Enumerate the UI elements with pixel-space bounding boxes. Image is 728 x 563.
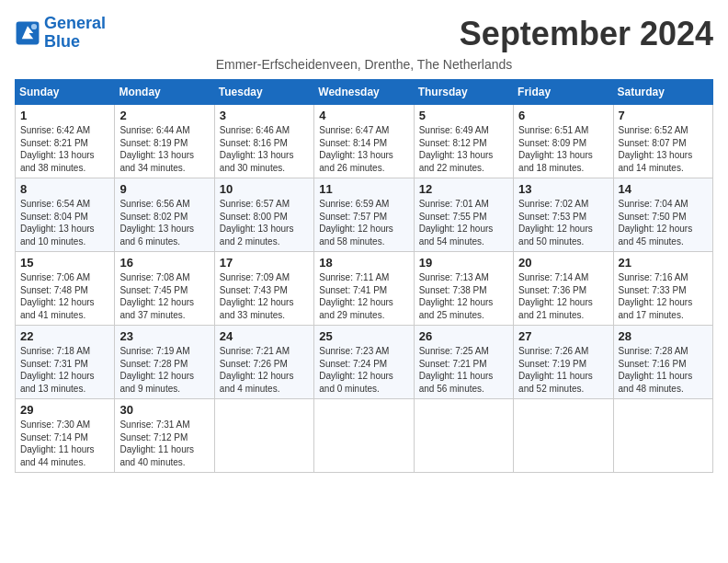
day-number: 7 (619, 109, 708, 122)
day-info: Sunrise: 7:30 AMSunset: 7:14 PMDaylight:… (20, 419, 109, 468)
calendar-cell: 22Sunrise: 7:18 AMSunset: 7:31 PMDayligh… (16, 326, 115, 399)
day-number: 9 (119, 182, 209, 196)
calendar-cell: 11Sunrise: 6:59 AMSunset: 7:57 PMDayligh… (314, 178, 414, 252)
calendar-cell: 28Sunrise: 7:28 AMSunset: 7:16 PMDayligh… (613, 326, 712, 399)
day-info: Sunrise: 7:25 AMSunset: 7:21 PMDaylight:… (419, 345, 508, 395)
logo-line1: General (44, 14, 106, 32)
day-number: 30 (119, 403, 209, 417)
day-info: Sunrise: 6:46 AMSunset: 8:16 PMDaylight:… (220, 124, 309, 174)
day-info: Sunrise: 7:16 AMSunset: 7:33 PMDaylight:… (619, 271, 708, 321)
day-info: Sunrise: 6:56 AMSunset: 8:02 PMDaylight:… (119, 198, 209, 247)
calendar-cell: 14Sunrise: 7:04 AMSunset: 7:50 PMDayligh… (613, 178, 712, 252)
calendar-week-row: 22Sunrise: 7:18 AMSunset: 7:31 PMDayligh… (16, 326, 713, 399)
day-info: Sunrise: 7:02 AMSunset: 7:53 PMDaylight:… (518, 198, 608, 247)
calendar-cell: 6Sunrise: 6:51 AMSunset: 8:09 PMDaylight… (514, 105, 613, 178)
day-info: Sunrise: 6:44 AMSunset: 8:19 PMDaylight:… (119, 124, 209, 174)
calendar-cell (314, 399, 414, 473)
calendar-body: 1Sunrise: 6:42 AMSunset: 8:21 PMDaylight… (16, 105, 713, 473)
day-number: 6 (518, 109, 608, 122)
day-number: 4 (319, 109, 408, 122)
calendar-cell: 9Sunrise: 6:56 AMSunset: 8:02 PMDaylight… (115, 178, 214, 252)
day-info: Sunrise: 6:47 AMSunset: 8:14 PMDaylight:… (319, 124, 408, 174)
day-number: 11 (319, 182, 408, 196)
day-number: 20 (518, 256, 608, 270)
logo-icon (15, 20, 40, 46)
day-info: Sunrise: 7:13 AMSunset: 7:38 PMDaylight:… (419, 271, 508, 321)
day-number: 8 (20, 182, 109, 196)
header-day: Thursday (414, 80, 513, 105)
calendar-cell: 21Sunrise: 7:16 AMSunset: 7:33 PMDayligh… (613, 252, 712, 326)
month-title: September 2024 (460, 15, 713, 53)
calendar-cell: 2Sunrise: 6:44 AMSunset: 8:19 PMDaylight… (115, 105, 214, 178)
day-info: Sunrise: 7:08 AMSunset: 7:45 PMDaylight:… (119, 271, 209, 321)
day-info: Sunrise: 6:59 AMSunset: 7:57 PMDaylight:… (319, 198, 408, 247)
day-info: Sunrise: 7:01 AMSunset: 7:55 PMDaylight:… (419, 198, 508, 247)
calendar-cell: 24Sunrise: 7:21 AMSunset: 7:26 PMDayligh… (214, 326, 313, 399)
day-info: Sunrise: 7:04 AMSunset: 7:50 PMDaylight:… (619, 198, 708, 247)
calendar-cell: 1Sunrise: 6:42 AMSunset: 8:21 PMDaylight… (16, 105, 115, 178)
day-number: 23 (119, 329, 209, 343)
header-day: Saturday (613, 80, 712, 105)
day-number: 13 (518, 182, 608, 196)
day-number: 2 (119, 109, 209, 122)
calendar-week-row: 29Sunrise: 7:30 AMSunset: 7:14 PMDayligh… (16, 399, 713, 473)
day-number: 19 (419, 256, 508, 270)
calendar-cell: 19Sunrise: 7:13 AMSunset: 7:38 PMDayligh… (414, 252, 513, 326)
location-subtitle: Emmer-Erfscheidenveen, Drenthe, The Neth… (15, 57, 713, 72)
calendar-cell: 15Sunrise: 7:06 AMSunset: 7:48 PMDayligh… (16, 252, 115, 326)
calendar-cell: 29Sunrise: 7:30 AMSunset: 7:14 PMDayligh… (16, 399, 115, 473)
day-number: 5 (419, 109, 508, 122)
logo-line2: Blue (44, 33, 106, 52)
day-number: 18 (319, 256, 408, 270)
calendar-cell: 27Sunrise: 7:26 AMSunset: 7:19 PMDayligh… (514, 326, 613, 399)
header-day: Monday (115, 80, 214, 105)
day-info: Sunrise: 6:57 AMSunset: 8:00 PMDaylight:… (220, 198, 309, 247)
day-info: Sunrise: 7:19 AMSunset: 7:28 PMDaylight:… (119, 345, 209, 395)
calendar-cell: 25Sunrise: 7:23 AMSunset: 7:24 PMDayligh… (314, 326, 414, 399)
day-info: Sunrise: 6:51 AMSunset: 8:09 PMDaylight:… (518, 124, 608, 174)
calendar-cell: 13Sunrise: 7:02 AMSunset: 7:53 PMDayligh… (514, 178, 613, 252)
day-info: Sunrise: 6:49 AMSunset: 8:12 PMDaylight:… (419, 124, 508, 174)
calendar-cell: 16Sunrise: 7:08 AMSunset: 7:45 PMDayligh… (115, 252, 214, 326)
day-info: Sunrise: 7:18 AMSunset: 7:31 PMDaylight:… (20, 345, 109, 395)
day-info: Sunrise: 7:14 AMSunset: 7:36 PMDaylight:… (518, 271, 608, 321)
day-number: 22 (20, 329, 109, 343)
calendar-cell: 5Sunrise: 6:49 AMSunset: 8:12 PMDaylight… (414, 105, 513, 178)
page-header: General Blue September 2024 (15, 15, 713, 53)
day-number: 15 (20, 256, 109, 270)
header-day: Friday (514, 80, 613, 105)
calendar-week-row: 15Sunrise: 7:06 AMSunset: 7:48 PMDayligh… (16, 252, 713, 326)
logo: General Blue (15, 15, 106, 52)
day-number: 1 (20, 109, 109, 122)
day-number: 3 (220, 109, 309, 122)
calendar-week-row: 1Sunrise: 6:42 AMSunset: 8:21 PMDaylight… (16, 105, 713, 178)
svg-point-2 (31, 24, 37, 29)
day-number: 14 (619, 182, 708, 196)
logo-text: General Blue (44, 15, 106, 52)
day-number: 24 (220, 329, 309, 343)
day-info: Sunrise: 7:23 AMSunset: 7:24 PMDaylight:… (319, 345, 408, 395)
header-day: Wednesday (314, 80, 414, 105)
calendar-cell (613, 399, 712, 473)
calendar-cell (214, 399, 313, 473)
calendar-cell (514, 399, 613, 473)
day-info: Sunrise: 6:52 AMSunset: 8:07 PMDaylight:… (619, 124, 708, 174)
day-number: 16 (119, 256, 209, 270)
calendar-cell: 18Sunrise: 7:11 AMSunset: 7:41 PMDayligh… (314, 252, 414, 326)
day-number: 17 (220, 256, 309, 270)
day-number: 29 (20, 403, 109, 417)
calendar-cell (414, 399, 513, 473)
day-info: Sunrise: 7:31 AMSunset: 7:12 PMDaylight:… (119, 419, 209, 468)
calendar-header: SundayMondayTuesdayWednesdayThursdayFrid… (16, 80, 713, 105)
calendar-cell: 30Sunrise: 7:31 AMSunset: 7:12 PMDayligh… (115, 399, 214, 473)
calendar-week-row: 8Sunrise: 6:54 AMSunset: 8:04 PMDaylight… (16, 178, 713, 252)
day-number: 25 (319, 329, 408, 343)
day-number: 10 (220, 182, 309, 196)
header-day: Tuesday (214, 80, 313, 105)
title-block: September 2024 (460, 15, 713, 53)
calendar-cell: 7Sunrise: 6:52 AMSunset: 8:07 PMDaylight… (613, 105, 712, 178)
day-info: Sunrise: 7:06 AMSunset: 7:48 PMDaylight:… (20, 271, 109, 321)
day-info: Sunrise: 7:09 AMSunset: 7:43 PMDaylight:… (220, 271, 309, 321)
calendar-cell: 10Sunrise: 6:57 AMSunset: 8:00 PMDayligh… (214, 178, 313, 252)
header-row: SundayMondayTuesdayWednesdayThursdayFrid… (16, 80, 713, 105)
